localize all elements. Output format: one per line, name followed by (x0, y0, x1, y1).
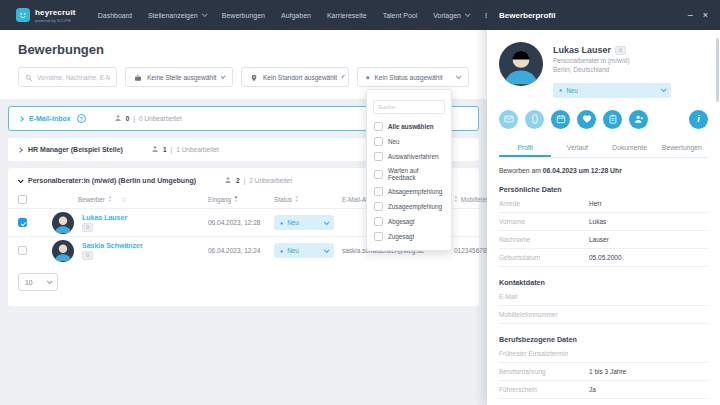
group-count: 1 | 1 Unbearbeitet (151, 145, 219, 154)
checkbox[interactable] (374, 152, 383, 161)
chevron-down-icon (221, 74, 226, 79)
schedule-appointment-button[interactable] (551, 110, 570, 129)
page-size-select[interactable]: 10 (18, 273, 58, 291)
col-status: Status ▲▼ (274, 196, 342, 203)
applicant-name-col: Saskia Schwänzer0 (82, 242, 143, 260)
checkbox[interactable] (374, 217, 383, 226)
tab-verlauf[interactable]: Verlauf (551, 139, 603, 157)
status-option-zugesagt[interactable]: Zugesagt (373, 229, 445, 244)
call-phone-button[interactable] (525, 110, 544, 129)
nav-item-aufgaben[interactable]: Aufgaben (281, 12, 311, 19)
chevron-down-icon (202, 11, 208, 17)
nav-item-dashboard[interactable]: Dashboard (98, 12, 132, 19)
add-to-favorites-button[interactable] (577, 110, 596, 129)
sort-icon[interactable]: ▲▼ (108, 196, 112, 202)
row-checkbox[interactable] (18, 246, 27, 255)
col-label: Mobiltelefonnummer (461, 196, 487, 203)
profile-field-geburtsdatum: Geburtsdatum05.05.2000 (499, 249, 708, 267)
tab-dokumente[interactable]: Dokumente (604, 139, 656, 157)
panel-tabs: ProfilVerlaufDokumenteBewertungen (499, 139, 708, 158)
status-option-label: Absageempfehlung (388, 188, 442, 195)
filter-bar: Keine Stelle ausgewähltKein Standort aus… (0, 67, 487, 99)
col-eingang: Eingang ▲▼ (208, 196, 274, 203)
person-plus-icon (634, 114, 644, 124)
nav-item-talent-pool[interactable]: Talent Pool (383, 12, 418, 19)
status-option-auswahlverfahren[interactable]: Auswahlverfahren (373, 149, 445, 164)
send-email-button[interactable] (499, 110, 518, 129)
status-option-absageempfehlung[interactable]: Absageempfehlung (373, 184, 445, 199)
app-logo[interactable]: heyrecruit powered by SCOPE (16, 8, 76, 23)
info-button[interactable]: i (689, 110, 708, 129)
panel-scrollbar[interactable] (716, 38, 719, 102)
minimize-icon[interactable]: – (688, 11, 693, 20)
status-pill[interactable]: * Neu (553, 83, 671, 98)
nav-item-bewerbungen[interactable]: Bewerbungen (222, 12, 265, 19)
chevron-right-icon (18, 116, 24, 122)
search-input[interactable] (37, 74, 110, 81)
panel-body: Beworben am 06.04.2023 um 12:28 Uhr Pers… (487, 167, 720, 405)
close-icon[interactable]: × (703, 11, 708, 20)
tab-bewertungen[interactable]: Bewertungen (656, 139, 708, 157)
avatar (52, 240, 74, 262)
field-label: Anrede (499, 200, 589, 208)
profile-field-nachname: NachnameLauser (499, 231, 708, 249)
field-value: Herr (589, 200, 708, 208)
status-option-zusageempfehlung[interactable]: Zusageempfehlung (373, 199, 445, 214)
field-label: Nachname (499, 236, 589, 244)
chevron-down-icon (324, 247, 330, 253)
status-pill[interactable]: *Neu (274, 243, 334, 258)
favorite-star-icon[interactable]: ☆ (121, 196, 127, 204)
col-label: Bewerber (78, 196, 105, 203)
nav-item-label: Stellenanzeigen (148, 12, 198, 19)
applicant-name-link[interactable]: Saskia Schwänzer (82, 242, 143, 249)
nav-item-stellenanzeigen[interactable]: Stellenanzeigen (148, 12, 206, 19)
evaluation-notes-button[interactable] (603, 110, 622, 129)
checkbox[interactable] (374, 202, 383, 211)
row-checkbox[interactable] (18, 218, 27, 227)
tab-profil[interactable]: Profil (499, 139, 551, 157)
help-icon[interactable]: ? (77, 114, 86, 123)
checkbox[interactable] (374, 232, 383, 241)
status-option-neu[interactable]: Neu (373, 134, 445, 149)
chevron-down-icon (661, 86, 667, 92)
select-all-checkbox[interactable] (18, 195, 27, 204)
filter-stelle-select[interactable]: Keine Stelle ausgewählt (125, 67, 233, 87)
profile-field-anrede: AnredeHerr (499, 195, 708, 213)
filter-standort-select[interactable]: Kein Standort ausgewählt (241, 67, 349, 87)
nav-item-karriereseite[interactable]: Karriereseite (327, 12, 367, 19)
nav-item-label: Karriereseite (327, 12, 367, 19)
status-option-warten-auf-feedback[interactable]: Warten auf Feedback (373, 164, 445, 184)
field-value: Lauser (589, 236, 708, 244)
sort-icon-active[interactable]: ▲▼ (234, 196, 238, 202)
profile-field-f-hrerschein: FührerscheinJa (499, 381, 708, 399)
status-filter-menu: Alle auswählenNeuAuswahlverfahrenWarten … (366, 89, 452, 251)
group-name: Personalberater:in (m/w/d) (Berlin und U… (28, 177, 196, 184)
status-pill[interactable]: *Neu (274, 215, 334, 230)
col-label: Eingang (208, 196, 231, 203)
checkbox[interactable] (374, 122, 383, 131)
checkbox[interactable] (374, 187, 383, 196)
status-option-label: Zugesagt (388, 233, 414, 240)
sort-icon[interactable]: ▲▼ (295, 196, 299, 202)
status-option-label: Auswahlverfahren (388, 153, 438, 160)
page-size-value: 10 (25, 279, 33, 286)
status-option-abgesagt[interactable]: Abgesagt (373, 214, 445, 229)
panel-title: Bewerberprofil (499, 11, 555, 20)
group-name: E-Mail-Inbox (29, 115, 71, 122)
applicant-actions: i (487, 98, 720, 129)
assign-user-button[interactable] (629, 110, 648, 129)
status-option-alle-ausw-hlen[interactable]: Alle auswählen (373, 119, 445, 134)
status-menu-search-input[interactable] (373, 100, 445, 114)
checkbox[interactable] (374, 170, 383, 179)
profile-field-mobiltelefonnummer: Mobiltelefonnummer (499, 306, 708, 324)
filter-status-select[interactable]: *Kein Status ausgewählt (357, 67, 469, 87)
nav-item-vorlagen[interactable]: Vorlagen (433, 12, 469, 19)
logo-icon (16, 8, 30, 22)
group-unread-label: 0 Unbearbeitet (139, 115, 182, 122)
chevron-down-icon (465, 11, 471, 17)
phone-icon (530, 114, 540, 124)
applicant-badge: 0 (82, 223, 93, 232)
sort-icon[interactable]: ▲▼ (454, 196, 458, 202)
applicant-name-link[interactable]: Lukas Lauser (82, 214, 127, 221)
checkbox[interactable] (374, 137, 383, 146)
